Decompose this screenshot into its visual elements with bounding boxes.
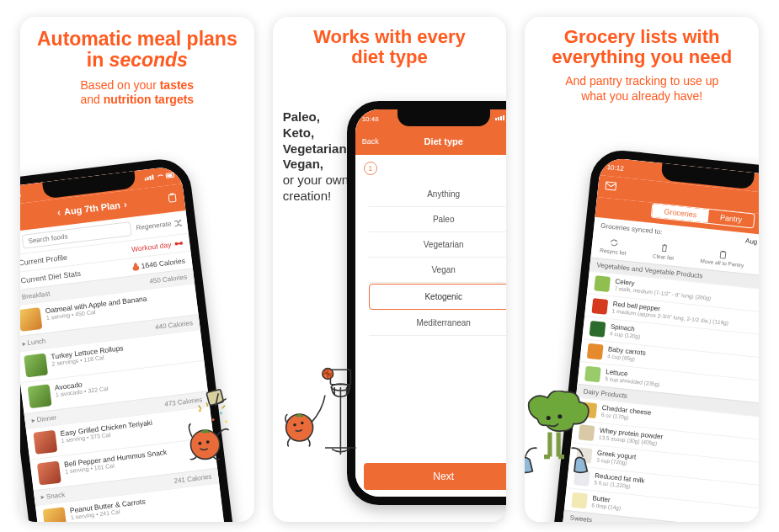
move-pantry-button[interactable]: Move all to Pantry — [701, 247, 746, 268]
diet-option[interactable]: Mediterranean — [369, 311, 507, 336]
svg-rect-14 — [168, 194, 176, 202]
meal-thumb — [28, 384, 52, 408]
resync-button[interactable]: Resync list — [600, 237, 627, 256]
diet-option[interactable]: Vegan — [369, 258, 507, 283]
svg-rect-8 — [145, 178, 147, 181]
svg-point-5 — [190, 430, 219, 459]
svg-rect-45 — [722, 251, 725, 253]
step-indicator: 1 — [364, 162, 377, 175]
shuffle-icon — [173, 218, 183, 227]
diet-option[interactable]: Anything — [369, 182, 507, 207]
svg-rect-10 — [149, 176, 152, 180]
food-thumb — [590, 321, 606, 338]
headline-3: Grocery lists witheverything you need — [525, 27, 759, 67]
svg-rect-0 — [206, 390, 224, 407]
meal-thumb — [37, 461, 61, 486]
headline-1: Automatic meal plans in seconds — [20, 29, 254, 72]
flame-icon — [131, 262, 139, 271]
jar-icon — [718, 248, 728, 259]
svg-rect-11 — [152, 175, 154, 180]
svg-rect-44 — [720, 252, 726, 259]
tomato-confetti-icon — [180, 386, 246, 465]
clipboard-icon[interactable] — [167, 192, 179, 205]
notch — [398, 109, 490, 126]
svg-point-35 — [547, 416, 551, 420]
trash-icon — [659, 242, 670, 253]
svg-point-28 — [301, 422, 304, 425]
svg-rect-13 — [167, 174, 172, 178]
food-thumb — [572, 492, 589, 509]
svg-rect-29 — [495, 118, 497, 120]
food-thumb — [595, 275, 611, 292]
page-title: Diet type — [424, 136, 462, 146]
svg-point-7 — [205, 441, 209, 444]
food-thumb — [592, 298, 609, 315]
subhead-1: Based on your tastes and nutrition targe… — [47, 78, 227, 108]
plan-title[interactable]: Aug 7th Plan — [63, 200, 120, 216]
svg-point-36 — [558, 415, 563, 419]
clear-button[interactable]: Clear list — [653, 242, 675, 261]
phone-frame-1: 10:08 ‹ Aug 7th Plan › 🔍 Regenerate ▸ Cu… — [20, 156, 239, 522]
mail-icon[interactable] — [605, 181, 617, 194]
svg-point-6 — [198, 442, 201, 445]
screenshot-1: Automatic meal plans in seconds Based on… — [20, 17, 254, 522]
svg-point-27 — [293, 423, 296, 427]
diet-option[interactable]: Vegetarian — [369, 232, 507, 258]
food-thumb — [584, 366, 601, 383]
diet-option[interactable]: Paleo — [369, 207, 507, 232]
meal-thumb — [43, 507, 67, 522]
subhead-3: And pantry tracking to use up what you a… — [552, 74, 732, 104]
svg-rect-31 — [500, 116, 502, 120]
phone-frame-2: 10:48 Back Diet type 1 Anything Paleo Ve… — [347, 101, 507, 505]
prev-day-button[interactable]: ‹ — [56, 206, 61, 218]
screenshot-2: Works with everydiet type Paleo, Keto, V… — [273, 17, 507, 522]
svg-rect-15 — [170, 193, 173, 194]
svg-point-4 — [225, 421, 227, 423]
svg-point-26 — [285, 414, 312, 441]
sidetext-diets: Paleo, Keto, Vegetarian, Vegan, or your … — [283, 109, 350, 205]
svg-point-2 — [219, 412, 221, 415]
screenshot-3: Grocery lists witheverything you need An… — [525, 17, 759, 522]
meal-thumb — [33, 430, 57, 455]
back-button[interactable]: Back — [362, 137, 379, 146]
meal-thumb — [24, 354, 48, 378]
headline-2: Works with everydiet type — [273, 27, 507, 67]
svg-rect-9 — [147, 177, 148, 180]
next-day-button[interactable]: › — [123, 198, 128, 210]
tomato-basketball-icon — [278, 367, 359, 468]
sync-icon — [609, 237, 620, 248]
workout-icon — [174, 240, 184, 247]
food-thumb — [587, 343, 604, 360]
top-bar: Back Diet type — [355, 128, 507, 155]
broccoli-bags-icon — [525, 391, 599, 492]
diet-option-selected[interactable]: Ketogenic — [369, 284, 507, 310]
svg-point-3 — [211, 418, 214, 421]
svg-rect-30 — [498, 117, 499, 120]
svg-point-1 — [199, 409, 201, 412]
next-button[interactable]: Next — [364, 463, 507, 490]
regenerate-button[interactable]: Regenerate — [136, 218, 183, 232]
svg-rect-32 — [503, 115, 504, 120]
meal-thumb — [20, 307, 42, 332]
